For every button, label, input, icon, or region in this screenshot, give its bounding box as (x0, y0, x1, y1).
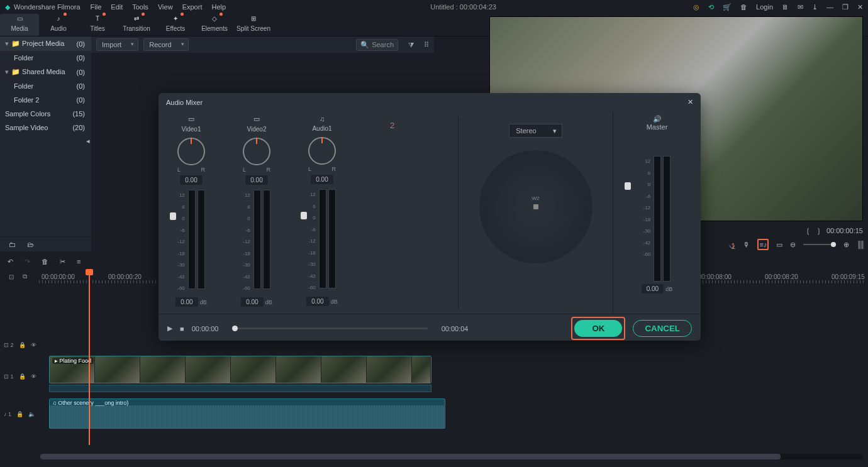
save-icon[interactable]: 🗎 (782, 3, 789, 11)
channel-master: 🔊 Master 1260-6-12-18-30-42-60 0.00 dB (613, 111, 701, 314)
close-icon[interactable]: ✕ (857, 3, 863, 11)
search-icon: 🔍 (360, 41, 369, 49)
filter-icon[interactable]: ⧩ (408, 41, 414, 49)
master-gain[interactable]: 0.00 (642, 284, 664, 294)
lock-icon[interactable]: 🔒 (16, 411, 23, 417)
menu-tools[interactable]: Tools (132, 3, 148, 11)
master-fader[interactable] (625, 182, 631, 190)
menu-help[interactable]: Help (212, 3, 226, 11)
voiceover-icon[interactable]: 🎙 (743, 241, 750, 248)
tab-elements[interactable]: ◇Elements (195, 14, 234, 36)
tab-media[interactable]: ▭Media (0, 14, 39, 36)
meter-right (198, 190, 205, 289)
timeline-scrollbar[interactable] (40, 454, 863, 459)
sidebar-sample-colors[interactable]: Sample Colors(15) (0, 107, 91, 121)
record-dropdown[interactable]: Record (143, 38, 188, 51)
track-video-1[interactable]: ⊡ 1🔒👁 ▸ Plating Food (0, 356, 868, 397)
minimize-icon[interactable]: — (826, 3, 833, 11)
eye-icon[interactable]: 👁 (31, 373, 36, 380)
sidebar-sample-video[interactable]: Sample Video(20) (0, 121, 91, 135)
main-menus: File Edit Tools View Export Help (91, 3, 234, 11)
stereo-dropdown[interactable]: Stereo (509, 124, 562, 138)
sidebar-folder[interactable]: Folder(0) (0, 51, 91, 65)
lock-icon[interactable]: 🔒 (19, 342, 26, 348)
pan-value[interactable]: 0.00 (180, 175, 202, 185)
zoom-slider[interactable] (803, 244, 836, 245)
mute-icon[interactable]: 🔈 (28, 411, 35, 417)
menu-edit[interactable]: Edit (111, 3, 123, 11)
surround-handle[interactable] (533, 204, 538, 209)
split-icon[interactable]: ✂ (60, 258, 65, 266)
cart-icon[interactable]: 🛒 (723, 3, 732, 11)
bulb-icon[interactable]: ◎ (693, 3, 699, 11)
video-audio-strip[interactable] (49, 385, 431, 392)
track-audio-1[interactable]: ♪ 1🔒🔈 ♫ Other scenery ___ong intro) (0, 398, 868, 430)
tab-transition[interactable]: ⇄Transition (117, 14, 156, 36)
import-dropdown[interactable]: Import (96, 38, 138, 51)
zoom-out-icon[interactable]: ⊖ (790, 241, 796, 249)
audio-clip[interactable]: ♫ Other scenery ___ong intro) (49, 398, 445, 429)
maximize-icon[interactable]: ❐ (842, 3, 849, 11)
ruler-link-icon[interactable]: ⧉ (23, 273, 27, 280)
pan-value[interactable]: 0.00 (245, 175, 267, 185)
delete-icon[interactable]: 🗑 (42, 258, 48, 265)
fit-icon[interactable]: ║║ (857, 241, 863, 248)
ok-button[interactable]: OK (574, 320, 622, 337)
surround-pad[interactable]: W2 (479, 150, 593, 263)
tab-split[interactable]: ⊞Split Screen (234, 14, 273, 36)
sidebar-shared-media[interactable]: ▾📁 Shared Media(0) (0, 65, 91, 79)
lock-icon[interactable]: 🔒 (19, 373, 26, 380)
tab-titles[interactable]: TTitles (78, 14, 117, 36)
annotation-1: 1 (731, 241, 735, 251)
app-logo: ◆ (5, 3, 10, 11)
settings-icon[interactable]: ≡ (77, 258, 81, 265)
pan-value[interactable]: 0.00 (311, 175, 333, 184)
playhead[interactable] (89, 269, 90, 445)
redo-icon[interactable]: ↷ (25, 258, 30, 266)
gain-value[interactable]: 0.00 (241, 297, 263, 307)
gain-value[interactable]: 0.00 (306, 297, 328, 306)
sidebar-project-media[interactable]: ▾📁 Project Media(0) (0, 36, 91, 51)
zoom-in-icon[interactable]: ⊕ (843, 241, 849, 249)
mark-out-icon[interactable]: ❳ (816, 227, 821, 235)
audio-mixer-button[interactable]: ≡♪ (757, 239, 769, 250)
headphones-icon[interactable]: ⟲ (708, 3, 714, 11)
tab-effects[interactable]: ✦Effects (156, 14, 195, 36)
mixer-progress[interactable] (232, 327, 427, 329)
gift-icon[interactable]: 🗑 (740, 3, 747, 11)
sidebar-folder-3[interactable]: Folder 2(0) (0, 93, 91, 107)
music-icon: ♫ (289, 115, 355, 123)
stop-icon[interactable]: ■ (180, 325, 184, 332)
menu-view[interactable]: View (158, 3, 173, 11)
collapse-sidebar-icon[interactable]: ◂ (86, 137, 90, 145)
play-icon[interactable]: ▶ (167, 324, 172, 332)
search-input[interactable]: 🔍Search (356, 39, 398, 51)
ruler-tc-2: 00:00:08:00 (698, 273, 732, 280)
video-clip[interactable]: ▸ Plating Food (49, 356, 431, 383)
fader[interactable] (301, 212, 307, 219)
tab-audio[interactable]: ♪Audio (39, 14, 78, 36)
eye-icon[interactable]: 👁 (31, 342, 36, 348)
login-link[interactable]: Login (756, 3, 773, 11)
sidebar-folder-2[interactable]: Folder(0) (0, 79, 91, 93)
speaker-icon: 🔊 (613, 115, 701, 123)
channel-audio1: ♫ Audio1 LR 0.00 1260-6-12-18-30-42-60 0… (289, 111, 355, 314)
cancel-button[interactable]: CANCEL (633, 320, 692, 337)
mark-in-icon[interactable]: ❲ (805, 227, 811, 235)
grid-view-icon[interactable]: ⠿ (424, 41, 429, 49)
undo-icon[interactable]: ↶ (8, 258, 13, 266)
new-bin-icon[interactable]: 🗁 (27, 241, 34, 248)
mail-icon[interactable]: ✉ (798, 3, 803, 11)
render-icon[interactable]: ▭ (776, 241, 782, 249)
pan-knob[interactable] (308, 137, 336, 165)
fader[interactable] (170, 212, 176, 220)
menu-export[interactable]: Export (182, 3, 203, 11)
ruler-crop-icon[interactable]: ⊡ (9, 273, 14, 280)
dialog-close-icon[interactable]: ✕ (687, 98, 693, 106)
menu-file[interactable]: File (91, 3, 102, 11)
download-icon[interactable]: ⤓ (812, 3, 818, 11)
new-folder-icon[interactable]: 🗀 (9, 241, 16, 248)
pan-knob[interactable] (177, 138, 205, 165)
pan-knob[interactable] (243, 138, 270, 165)
gain-value[interactable]: 0.00 (175, 297, 198, 307)
